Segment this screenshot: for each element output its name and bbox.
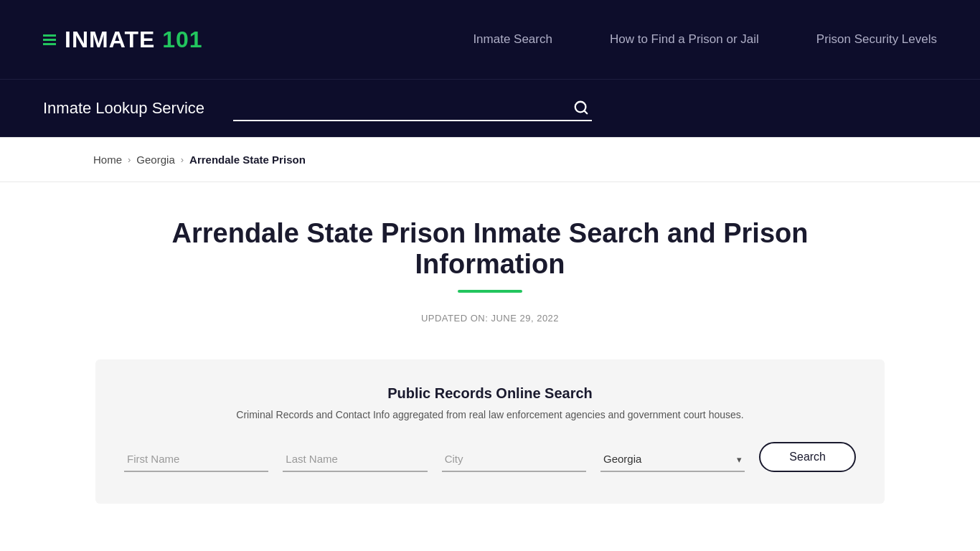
state-select-wrapper: AlabamaAlaskaArizonaArkansasCaliforniaCo… [600, 447, 745, 472]
card-subtitle: Criminal Records and Contact Info aggreg… [124, 409, 856, 420]
nav-item-inmate-search[interactable]: Inmate Search [473, 32, 552, 47]
search-button[interactable]: Search [759, 442, 856, 472]
city-field [442, 447, 586, 472]
logo-number: 101 [162, 27, 202, 52]
nav-item-security-levels[interactable]: Prison Security Levels [816, 32, 937, 47]
first-name-input[interactable] [124, 447, 268, 472]
main-content: Arrendale State Prison Inmate Search and… [0, 182, 980, 532]
breadcrumb-separator-2: › [181, 154, 184, 165]
search-bar-label: Inmate Lookup Service [43, 99, 204, 118]
logo-icon [43, 34, 56, 45]
logo-inmate: INMATE [65, 27, 162, 52]
nav-link-find-prison[interactable]: How to Find a Prison or Jail [610, 32, 759, 46]
search-form: AlabamaAlaskaArizonaArkansasCaliforniaCo… [124, 442, 856, 472]
breadcrumb-home[interactable]: Home [93, 154, 122, 166]
state-select[interactable]: AlabamaAlaskaArizonaArkansasCaliforniaCo… [600, 447, 745, 472]
first-name-field [124, 447, 268, 472]
nav-links: Inmate Search How to Find a Prison or Ja… [473, 32, 937, 47]
nav-link-security-levels[interactable]: Prison Security Levels [816, 32, 937, 46]
card-title: Public Records Online Search [124, 385, 856, 402]
nav-item-find-prison[interactable]: How to Find a Prison or Jail [610, 32, 759, 47]
top-navigation: INMATE 101 Inmate Search How to Find a P… [0, 0, 980, 79]
public-records-card: Public Records Online Search Criminal Re… [95, 359, 885, 504]
logo[interactable]: INMATE 101 [43, 27, 203, 53]
breadcrumb-current: Arrendale State Prison [189, 154, 306, 166]
last-name-input[interactable] [283, 447, 427, 472]
updated-text: UPDATED ON: JUNE 29, 2022 [93, 313, 887, 324]
search-input[interactable] [233, 95, 592, 120]
breadcrumb-section: Home › Georgia › Arrendale State Prison [0, 138, 980, 182]
search-input-wrapper [233, 95, 592, 121]
city-input[interactable] [442, 447, 586, 472]
search-icon [573, 100, 589, 116]
breadcrumb-state[interactable]: Georgia [136, 154, 174, 166]
title-underline [458, 290, 522, 293]
breadcrumb-separator-1: › [128, 154, 131, 165]
svg-line-1 [584, 110, 587, 113]
search-bar-section: Inmate Lookup Service [0, 79, 980, 137]
logo-text: INMATE 101 [65, 27, 203, 53]
page-title: Arrendale State Prison Inmate Search and… [93, 218, 887, 280]
nav-link-inmate-search[interactable]: Inmate Search [473, 32, 552, 46]
last-name-field [283, 447, 427, 472]
search-icon-button[interactable] [573, 100, 589, 116]
